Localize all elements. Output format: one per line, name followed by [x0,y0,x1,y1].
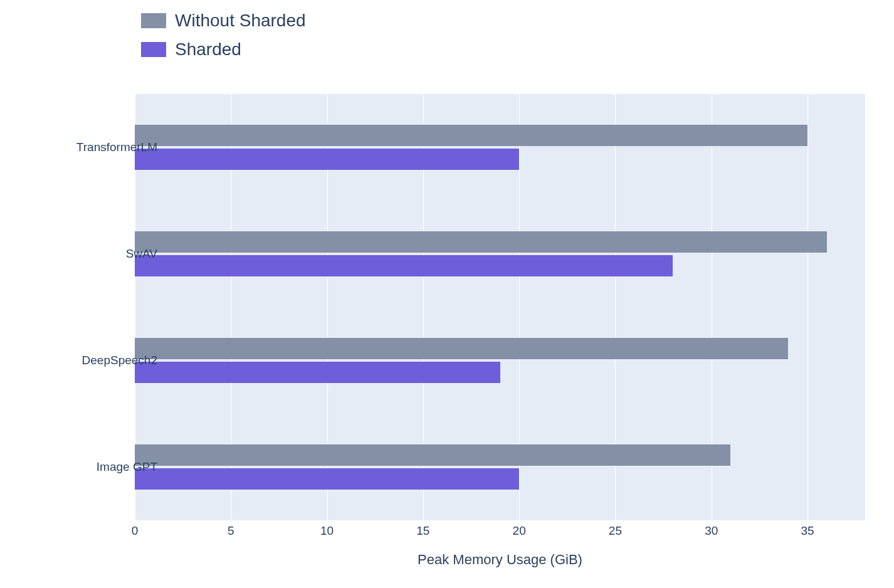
y-tick-label: TransformerLM [32,140,157,154]
x-tick-label: 5 [228,524,234,538]
legend-swatch [141,42,166,57]
y-tick-label: DeepSpeech2 [32,354,157,367]
legend-swatch [141,13,166,28]
bar-sharded[interactable] [135,362,500,383]
legend-label: Sharded [175,39,241,60]
legend: Without Sharded Sharded [141,6,306,64]
bar-sharded[interactable] [135,149,519,170]
x-tick-label: 10 [320,524,334,538]
bar-without-sharded[interactable] [135,231,827,253]
x-tick-label: 25 [609,524,622,538]
x-tick-label: 35 [801,524,814,538]
x-tick-label: 20 [513,524,526,538]
bar-without-sharded[interactable] [135,125,807,146]
y-tick-label: Image GPT [32,460,157,474]
bar-without-sharded[interactable] [135,444,730,466]
bar-sharded[interactable] [135,468,519,490]
legend-label: Without Sharded [175,11,306,31]
bar-sharded[interactable] [135,255,673,276]
bar-without-sharded[interactable] [135,338,788,359]
legend-item-without-sharded[interactable]: Without Sharded [141,6,306,35]
legend-item-sharded[interactable]: Sharded [141,35,306,64]
x-tick-label: 30 [705,524,718,538]
x-axis-label: Peak Memory Usage (GiB) [135,552,865,568]
x-tick-label: 0 [132,524,139,538]
chart-container: Without Sharded Sharded TransformerLMSwA… [0,0,894,588]
x-tick-label: 15 [416,524,429,538]
plot-area [135,94,865,520]
gridline [807,94,808,520]
y-tick-label: SwAV [32,247,157,261]
